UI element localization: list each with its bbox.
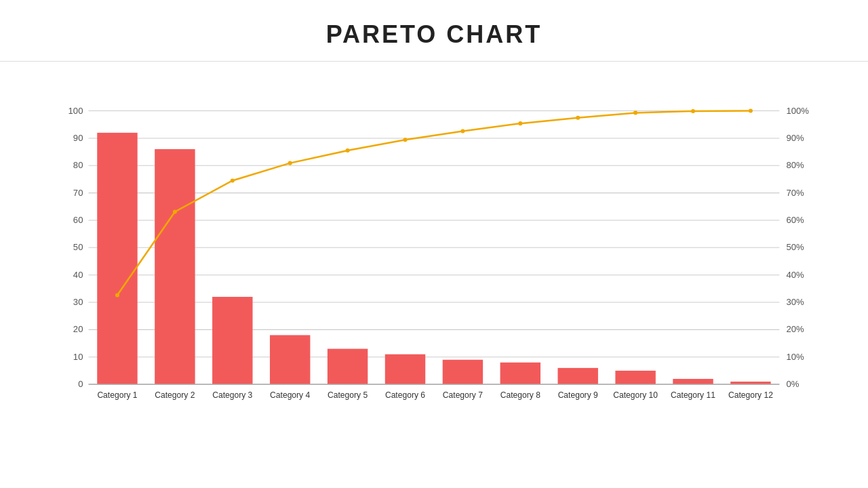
svg-text:40: 40 <box>73 270 83 280</box>
svg-point-67 <box>691 109 695 113</box>
svg-rect-47 <box>500 363 540 384</box>
svg-text:10%: 10% <box>786 352 804 362</box>
svg-point-59 <box>231 178 235 182</box>
svg-text:Category 4: Category 4 <box>270 390 310 400</box>
chart-area: 00%1010%2020%3030%4040%5050%6060%7070%80… <box>0 62 868 488</box>
svg-rect-43 <box>385 354 425 384</box>
svg-text:40%: 40% <box>786 270 804 280</box>
svg-rect-37 <box>212 297 252 384</box>
svg-point-64 <box>518 121 522 125</box>
svg-text:0: 0 <box>78 379 83 389</box>
svg-text:20: 20 <box>73 324 83 334</box>
svg-point-61 <box>346 148 350 152</box>
svg-rect-53 <box>673 379 713 384</box>
svg-point-65 <box>576 116 580 120</box>
svg-text:Category 9: Category 9 <box>558 390 598 400</box>
chart-header: PARETO CHART <box>0 0 868 62</box>
svg-text:Category 11: Category 11 <box>671 390 715 400</box>
svg-point-66 <box>633 110 637 115</box>
svg-text:90: 90 <box>73 133 83 143</box>
svg-point-57 <box>115 293 119 298</box>
svg-point-62 <box>403 138 407 142</box>
svg-text:0%: 0% <box>786 379 799 389</box>
svg-text:10: 10 <box>73 352 83 362</box>
svg-text:Category 3: Category 3 <box>212 390 252 400</box>
svg-text:100%: 100% <box>786 106 809 116</box>
page: PARETO CHART 00%1010%2020%3030%4040%5050… <box>0 0 868 488</box>
svg-text:30: 30 <box>73 297 83 307</box>
svg-text:60%: 60% <box>786 215 804 225</box>
svg-point-68 <box>749 109 753 113</box>
svg-rect-33 <box>97 133 137 384</box>
svg-text:50: 50 <box>73 242 83 252</box>
chart-title: PARETO CHART <box>0 20 868 49</box>
chart-svg: 00%1010%2020%3030%4040%5050%6060%7070%80… <box>47 75 827 447</box>
svg-text:Category 6: Category 6 <box>385 390 425 400</box>
svg-text:70%: 70% <box>786 188 804 198</box>
svg-text:Category 7: Category 7 <box>443 390 483 400</box>
svg-rect-51 <box>615 371 655 384</box>
svg-text:Category 12: Category 12 <box>728 390 773 400</box>
svg-text:60: 60 <box>73 215 83 225</box>
svg-text:50%: 50% <box>786 242 804 252</box>
svg-rect-49 <box>558 368 598 384</box>
svg-point-63 <box>460 129 465 133</box>
svg-text:30%: 30% <box>786 297 804 307</box>
svg-text:Category 10: Category 10 <box>613 390 658 400</box>
svg-text:Category 1: Category 1 <box>97 390 137 400</box>
svg-point-60 <box>288 161 292 165</box>
svg-text:Category 8: Category 8 <box>500 390 540 400</box>
svg-text:90%: 90% <box>786 133 804 143</box>
svg-rect-39 <box>270 335 310 384</box>
chart-container: 00%1010%2020%3030%4040%5050%6060%7070%80… <box>47 75 827 447</box>
svg-text:70: 70 <box>73 188 83 198</box>
svg-rect-41 <box>328 349 368 384</box>
svg-rect-35 <box>155 149 195 384</box>
svg-text:20%: 20% <box>786 324 804 334</box>
svg-rect-45 <box>443 360 483 384</box>
svg-text:80: 80 <box>73 160 83 170</box>
svg-text:Category 2: Category 2 <box>155 390 195 400</box>
svg-text:Category 5: Category 5 <box>328 390 368 400</box>
svg-point-58 <box>173 209 177 214</box>
svg-text:100: 100 <box>68 106 83 116</box>
svg-text:80%: 80% <box>786 160 804 170</box>
